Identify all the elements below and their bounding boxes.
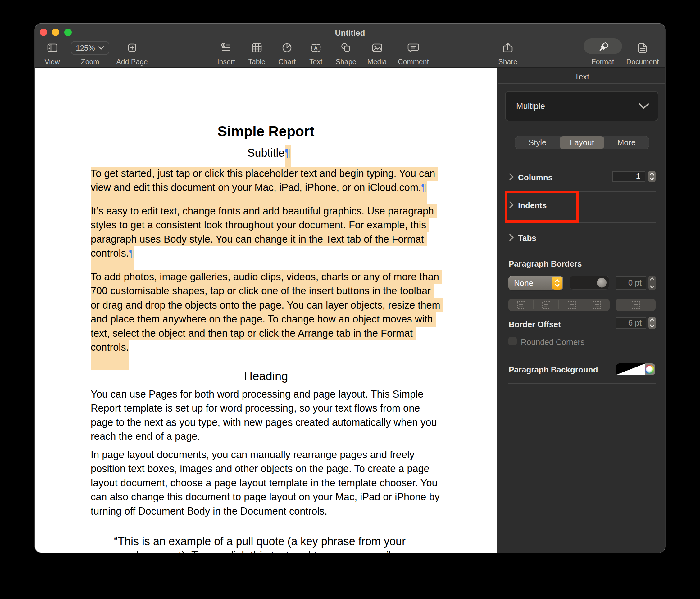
border-position-all-button[interactable] [616,298,656,311]
background-color-swatch [616,363,645,375]
pages-window: Untitled View125% ZoomAdd PageInsertTabl… [35,24,665,553]
color-picker-ball-icon[interactable] [597,278,606,287]
doc-paragraph-2-line-1[interactable]: It’s easy to edit text, change fonts and… [91,204,436,218]
divider [508,251,656,252]
border-offset-stepper[interactable] [648,317,656,329]
divider [498,83,665,84]
doc-paragraph-3-line-2[interactable]: 700 customisable shapes, tap or click on… [91,284,433,298]
paragraph-style-value: Multiple [516,92,545,121]
divider [508,159,656,160]
chevron-down-icon [639,92,649,121]
toolbar-item-label: Add Page [107,58,157,66]
doc-paragraph-2-line-3[interactable]: paragraph uses Body style. You can chang… [91,232,427,247]
stepper-down-icon[interactable] [650,324,655,328]
selection-highlight [91,195,427,204]
doc-title[interactable]: Simple Report [35,123,497,140]
tabs-disclosure-icon[interactable] [509,234,514,242]
doc-paragraph-3-line-6[interactable]: controls. [91,340,129,355]
stepper-up-icon[interactable] [649,172,654,176]
doc-paragraph-4-line-1[interactable]: You can use Pages for both word processi… [91,387,426,401]
border-type-value: None [514,276,533,290]
rounded-corners-label: Rounded Corners [521,337,584,347]
doc-paragraph-3-line-3[interactable]: or drag and drop the objects onto the pa… [91,298,443,313]
comment-icon [389,39,438,56]
border-position-button-5[interactable] [616,298,656,311]
window-title: Untitled [35,29,665,37]
doc-paragraph-5-line-1[interactable]: In page layout documents, you can manual… [91,448,417,462]
border-position-buttons [508,298,609,311]
document-canvas[interactable]: Simple Report Subtitle¶ To get started, … [35,68,497,553]
popup-stepper-icon [552,277,562,290]
paragraph-background-label: Paragraph Background [509,365,598,374]
doc-paragraph-4-line-3[interactable]: page to the next as you type, with new p… [91,416,440,430]
toolbar-item-label: Comment [389,58,438,66]
doc-heading[interactable]: Heading [35,368,497,384]
border-position-button-1[interactable] [508,298,534,311]
doc-paragraph-5-line-4[interactable]: can also change this document to page la… [91,490,443,504]
doc-paragraph-3-line-5[interactable]: text, select the object and then tap or … [91,327,416,341]
stepper-up-icon[interactable] [650,277,655,281]
toolbar-item-label: Document [618,58,665,66]
stepper-up-icon[interactable] [650,318,655,321]
stepper-down-icon[interactable] [650,285,655,289]
doc-paragraph-5-line-2[interactable]: position text boxes, images and other ob… [91,462,432,476]
border-position-button-4[interactable] [584,298,610,311]
toolbar: Untitled View125% ZoomAdd PageInsertTabl… [35,24,665,68]
format-inspector: Text Multiple StyleLayoutMore Columns 1 [498,68,665,553]
toolbar-item-label: Share [483,58,533,66]
add-page-toolbar-button[interactable]: Add Page [107,39,157,66]
divider [508,383,656,384]
border-type-popup[interactable]: None [508,276,563,290]
share-toolbar-button[interactable]: Share [483,39,533,66]
tab-style[interactable]: Style [515,136,559,149]
border-width-stepper[interactable] [648,276,656,290]
document-toolbar-button[interactable]: Document [618,39,665,66]
doc-paragraph-3-line-4[interactable]: and place them anywhere on the page. To … [91,312,436,327]
paragraph-borders-label: Paragraph Borders [509,259,582,269]
document-icon [618,39,665,56]
doc-paragraph-4-line-2[interactable]: Report template is set up for word proce… [91,401,423,416]
annotation-rectangle [505,190,579,223]
doc-paragraph-1-line-2[interactable]: view and edit this document on your Mac,… [91,181,427,195]
doc-subtitle[interactable]: Subtitle¶ [35,145,497,161]
border-offset-field[interactable]: 6 pt [616,317,646,329]
rounded-corners-checkbox[interactable] [508,337,517,345]
border-position-button-3[interactable] [559,298,584,311]
columns-disclosure-icon[interactable] [509,173,514,182]
add-page-icon [107,39,157,56]
selection-highlight [91,355,129,370]
doc-paragraph-1-line-1[interactable]: To get started, just tap or click this p… [91,167,438,181]
color-picker-ball-icon[interactable] [645,365,654,374]
paragraph-style-popup[interactable]: Multiple [505,91,658,121]
columns-stepper[interactable] [648,171,656,182]
inspector-title: Text [498,72,665,82]
doc-paragraph-3-line-1[interactable]: To add photos, image galleries, audio cl… [91,270,442,284]
tabs-label: Tabs [518,233,536,243]
columns-label: Columns [518,173,552,182]
share-icon [483,39,533,56]
border-position-button-2[interactable] [534,298,559,311]
doc-paragraph-2-line-2[interactable]: styles to get a consistent look througho… [91,218,429,232]
tab-more[interactable]: More [604,136,649,149]
border-color-well[interactable] [570,276,609,290]
selection-highlight [91,261,134,270]
zoom-level-button[interactable]: 125% [71,41,109,55]
selection-highlight [285,161,291,167]
border-width-field[interactable]: 0 pt [616,276,646,290]
comment-toolbar-button[interactable]: Comment [389,39,438,66]
doc-paragraph-2-line-4[interactable]: controls.¶ [91,246,134,261]
doc-pull-quote-line-2[interactable]: document). Tap or click this text and ty… [43,547,480,553]
columns-field[interactable]: 1 [612,171,645,182]
doc-paragraph-4-line-4[interactable]: reach the end of a page. [91,429,200,444]
svg-text:A: A [314,45,318,51]
zoom-level-value: 125% [76,44,95,52]
divider [508,128,656,128]
inspector-tab-bar: StyleLayoutMore [515,136,649,149]
desktop: Untitled View125% ZoomAdd PageInsertTabl… [0,0,700,599]
tab-layout[interactable]: Layout [559,136,604,149]
doc-paragraph-5-line-3[interactable]: layout document, choose a page layout te… [91,476,441,490]
stepper-down-icon[interactable] [649,177,654,181]
doc-paragraph-5-line-5[interactable]: turning off Document Body in the Documen… [91,504,327,519]
divider [508,354,656,354]
paragraph-background-well[interactable] [616,363,655,375]
